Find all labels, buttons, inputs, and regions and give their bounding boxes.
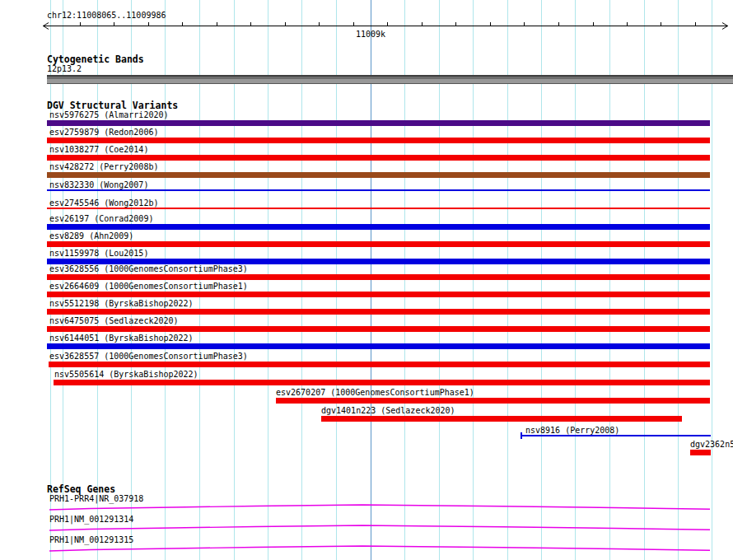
gridline: [575, 0, 576, 560]
gene-line-0[interactable]: [49, 505, 710, 510]
gridline: [301, 0, 302, 560]
ruler-tick: [217, 22, 217, 26]
variant-label-nsv8916[interactable]: nsv8916 (Perry2008): [525, 426, 619, 435]
ruler-tick: [593, 22, 594, 26]
variant-label-nsv428272[interactable]: nsv428272 (Perry2008b): [49, 162, 158, 171]
variant-bar-dgv1401n223[interactable]: [321, 416, 682, 422]
variant-bar-nsv6475075[interactable]: [47, 326, 710, 332]
gridline: [404, 0, 405, 560]
ruler-tick: [182, 22, 183, 26]
gridline: [199, 0, 200, 560]
variant-bar-nsv428272[interactable]: [47, 172, 710, 178]
variant-bar-esv3628557[interactable]: [49, 362, 710, 367]
ruler-tick: [524, 22, 525, 26]
ruler-tick: [455, 22, 456, 26]
variant-bar-esv2759879[interactable]: [47, 138, 710, 143]
variant-label-esv3628556[interactable]: esv3628556 (1000GenomesConsortiumPhase3): [49, 264, 248, 273]
gridline: [268, 0, 268, 560]
cytoband-label: 12p13.2: [47, 64, 82, 73]
gene-label-nr-037918[interactable]: PRH1-PRR4|NR_037918: [49, 494, 143, 503]
variant-bar-esv26197[interactable]: [47, 224, 710, 230]
gene-label-nm-001291315[interactable]: PRH1|NM_001291315: [49, 535, 133, 544]
variant-label-esv2759879[interactable]: esv2759879 (Redon2006): [49, 128, 158, 137]
variant-bar-esv3628556[interactable]: [47, 274, 710, 280]
variant-bar-nsv6144051[interactable]: [47, 343, 710, 349]
ruler-tick: [387, 22, 388, 26]
variant-label-esv26197[interactable]: esv26197 (Conrad2009): [49, 214, 153, 223]
variant-bar-nsv5505614[interactable]: [54, 380, 710, 385]
gridline: [50, 0, 51, 560]
ruler-tick: [148, 22, 149, 26]
variant-label-nsv1038277[interactable]: nsv1038277 (Coe2014): [49, 145, 148, 154]
variant-label-nsv5512198[interactable]: nsv5512198 (ByrskaBishop2022): [49, 299, 194, 308]
section-title-dgv-structural-variants: DGV Structural Variants: [47, 100, 178, 110]
ruler-tick: [285, 22, 286, 26]
gene-line-2[interactable]: [49, 546, 710, 551]
variant-label-nsv6475075[interactable]: nsv6475075 (Sedlazeck2020): [49, 316, 179, 325]
variant-bar-nsv1038277[interactable]: [47, 155, 710, 161]
variant-label-dgv1401n223[interactable]: dgv1401n223 (Sedlazeck2020): [321, 406, 455, 415]
gridline: [439, 0, 440, 560]
genome-browser-panel: chr12:11008065..11009986 11009k Cytogene…: [0, 0, 733, 560]
variant-label-esv2670207[interactable]: esv2670207 (1000GenomesConsortiumPhase1): [276, 388, 474, 397]
ruler-tick-label: 11009k: [356, 30, 385, 39]
variant-bar-dgv2362n5[interactable]: [690, 450, 711, 455]
gridline: [473, 0, 474, 560]
ruler-tick: [490, 22, 491, 26]
gridline: [63, 0, 63, 560]
gridline: [609, 0, 610, 560]
variant-bar-nsv832330[interactable]: [47, 189, 710, 191]
variant-bar-nsv1159978[interactable]: [47, 259, 710, 264]
variant-label-nsv5976275[interactable]: nsv5976275 (Almarri2020): [49, 110, 169, 119]
variant-label-nsv832330[interactable]: nsv832330 (Wong2007): [49, 180, 148, 189]
variant-bar-esv8289[interactable]: [47, 241, 710, 247]
gene-line-1[interactable]: [49, 525, 710, 530]
gene-lines-group: [49, 505, 710, 551]
ruler-tick: [661, 22, 661, 26]
gridline-highlight: [371, 0, 371, 560]
gridline: [644, 0, 645, 560]
gridline: [97, 0, 98, 560]
variant-label-nsv1159978[interactable]: nsv1159978 (Lou2015): [49, 249, 148, 258]
gene-label-nm-001291314[interactable]: PRH1|NM_001291314: [49, 515, 133, 524]
variant-label-esv8289[interactable]: esv8289 (Ahn2009): [49, 231, 133, 240]
variant-bar-esv2670207[interactable]: [276, 398, 710, 404]
ruler-tick: [319, 22, 320, 26]
ruler-tick: [695, 22, 696, 26]
ruler-tick: [80, 22, 81, 26]
variant-label-nsv6144051[interactable]: nsv6144051 (ByrskaBishop2022): [49, 334, 194, 343]
gridline: [541, 0, 542, 560]
variant-bar-nsv5976275[interactable]: [47, 120, 710, 126]
gridline: [336, 0, 337, 560]
overlay-graphics: [0, 0, 733, 560]
variant-label-esv2745546[interactable]: esv2745546 (Wong2012b): [49, 198, 158, 208]
gridline: [131, 0, 132, 560]
gridline: [712, 0, 712, 560]
ruler-line: [43, 26, 728, 26]
variant-bar-nsv8916[interactable]: [521, 435, 711, 436]
gridline: [234, 0, 235, 560]
ruler-tick: [353, 22, 354, 26]
section-title-cytogenetic-bands: Cytogenetic Bands: [47, 54, 144, 64]
variant-bar-esv2664609[interactable]: [47, 292, 710, 297]
variant-label-esv2664609[interactable]: esv2664609 (1000GenomesConsortiumPhase1): [49, 282, 248, 291]
ruler-tick: [114, 22, 114, 26]
region-coordinates-label: chr12:11008065..11009986: [47, 11, 166, 20]
cytoband-bar[interactable]: [47, 75, 733, 84]
variant-bar-esv2745546[interactable]: [47, 208, 710, 209]
variant-start-tick-nsv8916: [521, 432, 522, 439]
ruler-tick: [250, 22, 251, 26]
ruler-tick: [422, 22, 423, 26]
ruler-tick: [558, 22, 559, 26]
variant-label-dgv2362n5[interactable]: dgv2362n5: [690, 440, 733, 449]
gridline: [165, 0, 166, 560]
variant-label-nsv5505614[interactable]: nsv5505614 (ByrskaBishop2022): [54, 370, 198, 379]
gridline: [678, 0, 679, 560]
ruler-tick: [627, 22, 628, 26]
gridline: [507, 0, 508, 560]
variant-label-esv3628557[interactable]: esv3628557 (1000GenomesConsortiumPhase3): [49, 352, 248, 361]
variant-bar-nsv5512198[interactable]: [47, 309, 710, 315]
section-title-refseq-genes: RefSeq Genes: [47, 484, 115, 494]
